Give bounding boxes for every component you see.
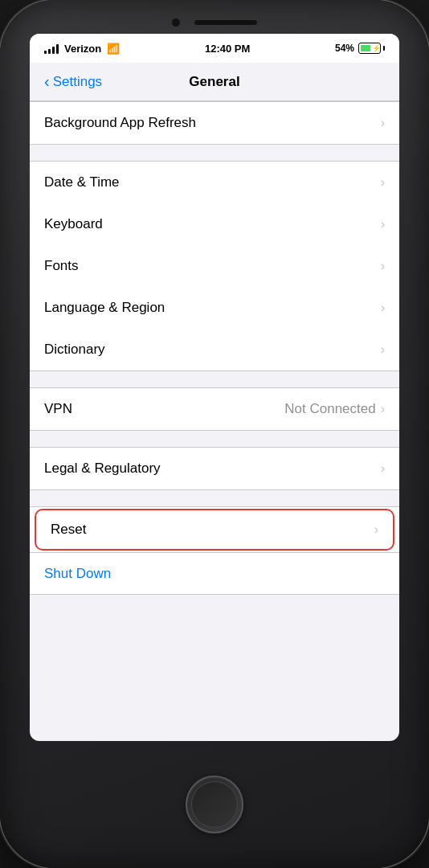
row-dictionary[interactable]: Dictionary ›: [30, 329, 399, 371]
navigation-bar: ‹ Settings General: [30, 63, 399, 101]
battery-box: ⚡: [358, 43, 381, 54]
phone-screen: Verizon 📶 12:40 PM 54% ⚡ ‹ Settings: [30, 34, 399, 741]
back-chevron-icon: ‹: [44, 73, 50, 89]
speaker-bar: [194, 19, 258, 26]
row-language-region[interactable]: Language & Region ›: [30, 287, 399, 329]
settings-list: Background App Refresh › Date & Time › K…: [30, 101, 399, 627]
row-label-language-region: Language & Region: [44, 300, 381, 316]
row-reset[interactable]: Reset ›: [35, 509, 394, 551]
signal-bar-2: [48, 49, 51, 54]
row-legal-regulatory[interactable]: Legal & Regulatory ›: [30, 448, 399, 489]
status-time: 12:40 PM: [205, 43, 250, 55]
chevron-icon-vpn: ›: [381, 402, 385, 416]
row-label-vpn: VPN: [44, 401, 284, 417]
status-right: 54% ⚡: [335, 43, 385, 54]
chevron-icon-language-region: ›: [381, 301, 385, 315]
row-label-reset: Reset: [51, 522, 374, 538]
section-legal: Legal & Regulatory ›: [30, 447, 399, 490]
signal-bar-1: [44, 51, 47, 54]
battery-percent: 54%: [335, 43, 354, 54]
row-label-background-app-refresh: Background App Refresh: [44, 115, 381, 131]
row-label-shutdown: Shut Down: [44, 566, 111, 582]
wifi-icon: 📶: [107, 43, 120, 55]
phone-top-bar: [0, 0, 429, 27]
page-title: General: [189, 74, 239, 90]
back-button[interactable]: ‹ Settings: [44, 74, 102, 90]
row-label-legal-regulatory: Legal & Regulatory: [44, 461, 381, 477]
home-button-inner: [191, 781, 238, 828]
signal-bar-3: [52, 47, 55, 54]
section-gap-2: [30, 371, 399, 387]
section-gap-1: [30, 145, 399, 161]
battery-fill: [361, 45, 370, 51]
row-vpn[interactable]: VPN Not Connected ›: [30, 388, 399, 430]
home-button-area: [186, 741, 243, 868]
row-label-dictionary: Dictionary: [44, 342, 381, 358]
section-reset: Reset ›: [30, 506, 399, 553]
section-date-keyboard: Date & Time › Keyboard › Fonts › Languag…: [30, 161, 399, 371]
row-date-time[interactable]: Date & Time ›: [30, 162, 399, 203]
section-vpn: VPN Not Connected ›: [30, 387, 399, 431]
signal-bars: [44, 43, 59, 54]
phone-frame: Verizon 📶 12:40 PM 54% ⚡ ‹ Settings: [0, 0, 429, 868]
row-label-date-time: Date & Time: [44, 174, 381, 190]
chevron-icon-legal-regulatory: ›: [381, 461, 385, 476]
chevron-icon-keyboard: ›: [381, 217, 385, 231]
battery-bolt-icon: ⚡: [372, 44, 381, 52]
section-gap-4: [30, 490, 399, 506]
row-label-keyboard: Keyboard: [44, 216, 381, 232]
row-fonts[interactable]: Fonts ›: [30, 245, 399, 287]
status-bar: Verizon 📶 12:40 PM 54% ⚡: [30, 34, 399, 63]
chevron-icon-date-time: ›: [381, 175, 385, 190]
row-background-app-refresh[interactable]: Background App Refresh ›: [30, 102, 399, 144]
back-label: Settings: [53, 74, 102, 90]
chevron-icon-dictionary: ›: [381, 342, 385, 357]
chevron-icon-reset: ›: [374, 522, 378, 537]
signal-bar-4: [56, 44, 59, 54]
row-label-fonts: Fonts: [44, 258, 381, 274]
section-gap-3: [30, 431, 399, 447]
section-gap-5: [30, 595, 399, 627]
chevron-icon-fonts: ›: [381, 259, 385, 273]
camera-dot: [171, 18, 181, 27]
chevron-icon-background-app-refresh: ›: [381, 116, 385, 130]
battery-icon: ⚡: [358, 43, 385, 54]
row-keyboard[interactable]: Keyboard ›: [30, 203, 399, 245]
row-shutdown[interactable]: Shut Down: [30, 553, 399, 595]
status-left: Verizon 📶: [44, 43, 120, 55]
row-value-vpn: Not Connected: [284, 401, 375, 417]
section-background-app-refresh: Background App Refresh ›: [30, 101, 399, 145]
carrier-label: Verizon: [64, 43, 101, 55]
home-button[interactable]: [186, 776, 243, 833]
battery-nub: [383, 46, 385, 51]
